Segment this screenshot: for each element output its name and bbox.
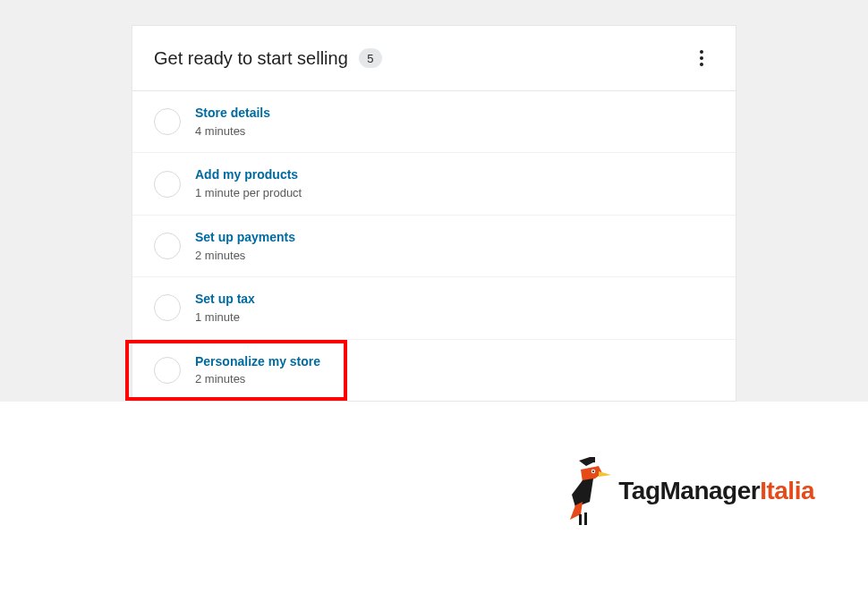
task-time: 1 minute xyxy=(195,310,255,325)
setup-panel-area: Get ready to start selling 5 Store detai… xyxy=(0,0,868,402)
task-count-badge: 5 xyxy=(359,48,382,68)
task-status-circle-icon xyxy=(154,108,181,135)
brand-text: TagManagerItalia xyxy=(618,477,814,505)
brand-logo-block: TagManagerItalia xyxy=(563,455,814,527)
brand-text-main: TagManager xyxy=(618,477,760,504)
task-text: Add my products 1 minute per product xyxy=(195,167,302,199)
task-text: Set up payments 2 minutes xyxy=(195,230,295,262)
task-time: 1 minute per product xyxy=(195,186,302,200)
task-personalize-my-store[interactable]: Personalize my store 2 minutes xyxy=(132,340,736,401)
svg-point-0 xyxy=(700,50,703,54)
task-time: 4 minutes xyxy=(195,124,270,139)
task-text: Store details 4 minutes xyxy=(195,106,270,138)
svg-point-2 xyxy=(700,63,703,66)
task-add-my-products[interactable]: Add my products 1 minute per product xyxy=(132,153,736,215)
svg-point-1 xyxy=(700,56,703,60)
more-options-button[interactable] xyxy=(689,46,714,71)
kebab-menu-icon xyxy=(700,50,703,66)
task-status-circle-icon xyxy=(154,233,181,259)
task-title: Set up payments xyxy=(195,230,295,245)
svg-rect-6 xyxy=(579,514,582,525)
task-set-up-tax[interactable]: Set up tax 1 minute xyxy=(132,277,736,339)
card-title: Get ready to start selling xyxy=(154,48,348,69)
task-store-details[interactable]: Store details 4 minutes xyxy=(132,91,736,153)
task-set-up-payments[interactable]: Set up payments 2 minutes xyxy=(132,216,736,277)
highlighted-task-wrap: Personalize my store 2 minutes xyxy=(125,340,743,401)
card-header: Get ready to start selling 5 xyxy=(132,26,736,91)
footer-area: TagManagerItalia xyxy=(0,402,868,527)
task-title: Personalize my store xyxy=(195,354,320,369)
svg-point-5 xyxy=(592,470,594,472)
task-status-circle-icon xyxy=(154,294,181,321)
svg-rect-3 xyxy=(590,457,595,462)
task-status-circle-icon xyxy=(154,171,181,198)
brand-text-accent: Italia xyxy=(760,477,814,504)
task-text: Personalize my store 2 minutes xyxy=(195,354,320,386)
task-title: Set up tax xyxy=(195,292,255,307)
task-title: Store details xyxy=(195,106,270,121)
setup-card: Get ready to start selling 5 Store detai… xyxy=(132,25,736,402)
task-time: 2 minutes xyxy=(195,249,295,263)
task-title: Add my products xyxy=(195,167,302,182)
task-text: Set up tax 1 minute xyxy=(195,292,255,324)
task-status-circle-icon xyxy=(154,357,181,384)
svg-rect-7 xyxy=(584,513,587,525)
woodpecker-logo-icon xyxy=(563,455,613,527)
card-header-left: Get ready to start selling 5 xyxy=(154,48,382,69)
task-time: 2 minutes xyxy=(195,372,320,386)
